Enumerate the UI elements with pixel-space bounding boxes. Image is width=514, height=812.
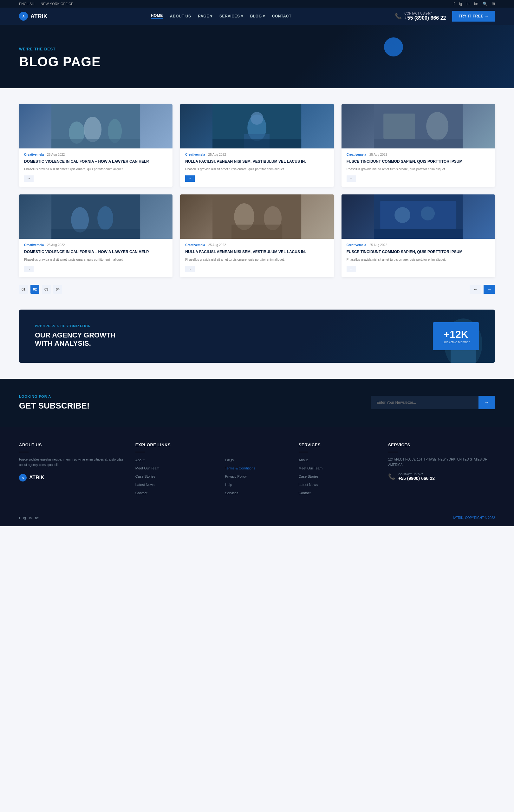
svg-point-15 — [71, 207, 89, 232]
svg-point-24 — [394, 207, 410, 223]
footer-svc-contact[interactable]: Contact — [299, 491, 311, 495]
footer-social-f[interactable]: f — [19, 516, 20, 520]
blog-card-5-body: Creativemela 25 Aug 2022 NULLA FACILISI.… — [180, 239, 334, 277]
svg-rect-4 — [51, 139, 140, 148]
footer-about-divider — [19, 452, 29, 452]
footer-social-ig[interactable]: ig — [23, 516, 26, 520]
blog-card-3: Creativemela 25 Aug 2022 FUSCE TINCIDUNT… — [341, 104, 495, 187]
banner-stat: +12K Our Active Member — [433, 322, 479, 350]
nav-services[interactable]: SERVICES ▾ — [219, 14, 243, 19]
blog-card-5-image — [180, 195, 334, 239]
social-instagram-icon[interactable]: ig — [459, 2, 462, 6]
top-bar-left: ENGLISH NEW YORK OFFICE — [19, 2, 73, 6]
footer-link-privacy[interactable]: Privacy Policy — [225, 474, 246, 478]
nav-contact[interactable]: CONTACT — [272, 14, 292, 19]
nav-home[interactable]: HOME — [151, 13, 163, 19]
logo-text: ATRIK — [30, 13, 48, 20]
footer-svc-team[interactable]: Meet Our Team — [299, 466, 323, 470]
social-linkedin-icon[interactable]: in — [466, 2, 469, 6]
blog-card-6-text: Phasellus gravida nisl sit amet turpis o… — [346, 257, 490, 262]
blog-card-1-meta: Creativemela 25 Aug 2022 — [24, 153, 168, 156]
banner-number: +12K — [442, 328, 470, 340]
page-02[interactable]: 02 — [30, 285, 39, 294]
blog-card-5-read-more[interactable]: → — [185, 266, 195, 272]
svg-point-8 — [250, 112, 263, 125]
footer-svc-news[interactable]: Latest News — [299, 483, 318, 487]
office-selector[interactable]: NEW YORK OFFICE — [40, 2, 73, 6]
blog-card-4-title: DOMESTIC VIOLENCE IN CALIFORNIA – HOW A … — [24, 249, 168, 255]
footer-link-team[interactable]: Meet Our Team — [135, 466, 159, 470]
subscribe-button[interactable]: → — [479, 396, 495, 409]
subscribe-input[interactable] — [371, 396, 479, 409]
nav-page[interactable]: PAGE ▾ — [198, 14, 212, 19]
page-numbers: 01 02 03 04 — [19, 285, 62, 294]
prev-page-button[interactable]: ← — [470, 285, 481, 294]
blog-card-2-text: Phasellus gravida nisl sit amet turpis o… — [185, 167, 329, 172]
blog-card-6-meta: Creativemela 25 Aug 2022 — [346, 243, 490, 247]
blog-card-4-image — [19, 195, 173, 239]
blog-card-2-read-more[interactable]: → — [185, 175, 195, 182]
footer-services-divider — [299, 452, 308, 452]
page-04[interactable]: 04 — [53, 285, 62, 294]
footer-address-title: SERVICES — [388, 442, 495, 447]
subscribe-inner: LOOKING FOR A GET SUBSCRIBE! → — [19, 395, 495, 411]
footer-link-about[interactable]: About — [135, 458, 145, 462]
footer-social-in[interactable]: in — [29, 516, 32, 520]
footer-svc-case[interactable]: Case Stories — [299, 474, 319, 478]
blog-card-3-image — [341, 104, 495, 148]
social-behance-icon[interactable]: be — [474, 2, 478, 6]
social-facebook-icon[interactable]: f — [454, 2, 455, 6]
banner-left: PROGRESS & CUSTOMIZATION OUR AGENCY GROW… — [35, 324, 124, 348]
blog-card-6: Creativemela 25 Aug 2022 FUSCE TINCIDUNT… — [341, 195, 495, 277]
blog-card-6-title: FUSCE TINCIDUNT COMMOD SAPIEN, QUIS PORT… — [346, 249, 490, 255]
page-03[interactable]: 03 — [42, 285, 51, 294]
footer-link-case-stories[interactable]: Case Stories — [135, 474, 155, 478]
footer-faqs-divider — [225, 452, 234, 452]
blog-card-3-read-more[interactable]: → — [346, 175, 356, 182]
search-icon[interactable]: 🔍 — [483, 2, 487, 6]
main-nav: HOME ABOUT US PAGE ▾ SERVICES ▾ BLOG ▾ C… — [151, 13, 292, 19]
hero-subtitle: WE'RE THE BEST — [19, 47, 495, 51]
language-selector[interactable]: ENGLISH — [19, 2, 34, 6]
footer-col-address: SERVICES 1247/PLOT NO. 39, 15TH PHASE, N… — [388, 442, 495, 498]
list-item: Meet Our Team — [299, 465, 379, 471]
footer-link-contact[interactable]: Contact — [135, 491, 147, 495]
footer-link-faqs[interactable]: FAQs — [225, 458, 234, 462]
blog-card-4-text: Phasellus gravida nisl sit amet turpis o… — [24, 257, 168, 262]
footer-link-services[interactable]: Services — [225, 491, 238, 495]
footer-col-services: SERVICES About Meet Our Team Case Storie… — [299, 442, 379, 498]
list-item: Case Stories — [299, 473, 379, 479]
blog-card-6-body: Creativemela 25 Aug 2022 FUSCE TINCIDUNT… — [341, 239, 495, 277]
footer-link-help[interactable]: Help — [225, 483, 232, 487]
blog-card-4-read-more[interactable]: → — [24, 266, 34, 272]
blog-card-6-date: 25 Aug 2022 — [369, 243, 387, 247]
phone-icon: 📞 — [395, 13, 402, 20]
grid-icon[interactable]: ⊞ — [492, 2, 495, 6]
next-page-button[interactable]: → — [484, 285, 495, 294]
logo[interactable]: A ATRIK — [19, 12, 48, 21]
footer-link-latest-news[interactable]: Latest News — [135, 483, 155, 487]
nav-about[interactable]: ABOUT US — [170, 14, 191, 19]
footer-link-terms[interactable]: Terms & Conditions — [225, 466, 255, 470]
blog-card-5-title: NULLA FACILISI. AENEAN NISI SEM, VESTIBU… — [185, 249, 329, 255]
footer-explore-list: About Meet Our Team Case Stories Latest … — [135, 457, 216, 495]
svg-rect-9 — [212, 139, 301, 148]
footer-phone-icon: 📞 — [388, 473, 395, 480]
footer-social-be[interactable]: be — [35, 516, 39, 520]
blog-card-2-date: 25 Aug 2022 — [208, 153, 226, 156]
blog-card-1-read-more[interactable]: → — [24, 175, 34, 182]
list-item: Contact — [299, 490, 379, 495]
footer-svc-about[interactable]: About — [299, 458, 308, 462]
hero-section: WE'RE THE BEST BLOG PAGE — [0, 25, 514, 88]
pagination: 01 02 03 04 ← → — [19, 285, 495, 294]
try-free-button[interactable]: TRY IT FREE → — [452, 11, 495, 22]
page-01[interactable]: 01 — [19, 285, 28, 294]
svg-rect-23 — [380, 201, 456, 229]
blog-card-3-meta: Creativemela 25 Aug 2022 — [346, 153, 490, 156]
blog-card-1-author: Creativemela — [24, 153, 44, 156]
list-item: About — [299, 457, 379, 462]
footer-col-about: ABOUT US Fusce sodales egestas neque, in… — [19, 442, 126, 498]
blog-card-2-image — [180, 104, 334, 148]
blog-card-6-read-more[interactable]: → — [346, 266, 356, 272]
nav-blog[interactable]: BLOG ▾ — [250, 14, 265, 19]
